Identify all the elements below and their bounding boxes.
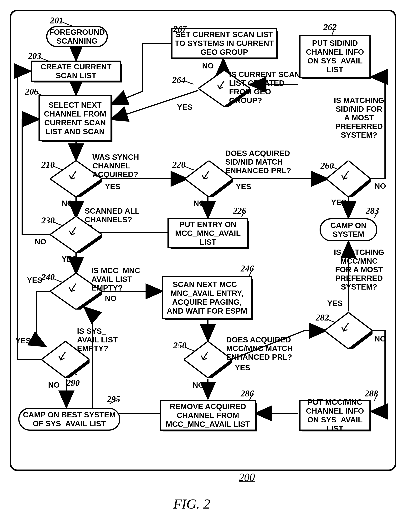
ref-286: 286 [241,388,254,399]
node-text: FOREGROUND SCANNING [49,28,105,45]
q-240: IS MCC_MNC_ AVAIL LIST EMPTY? [91,266,149,292]
yes-250: YES [235,363,250,372]
q-260: IS MATCHING SID/NID FOR A MOST PREFERRED… [332,96,386,139]
node-text: PUT MCC/MNC CHANNEL INFO ON SYS_AVAIL LI… [302,398,368,433]
yes-260: YES [331,198,347,207]
proc-remove-channel: REMOVE ACQUIRED CHANNEL FROM MCC_MNC_AVA… [160,400,256,431]
ref-290: 290 [66,378,80,388]
no-240: NO [105,294,116,303]
fig-number: 200 [239,471,255,483]
node-text: SELECT NEXT CHANNEL FROM CURRENT SCAN LI… [42,101,109,136]
q-290: IS SYS_ AVAIL LIST EMPTY? [77,327,125,353]
ref-267: 267 [173,24,187,34]
q-230: SCANNED ALL CHANNELS? [85,207,142,224]
no-230: NO [35,238,46,246]
node-text: CREATE CURRENT SCAN LIST [34,62,118,80]
node-text: CAMP ON SYSTEM [324,221,373,238]
node-text: SET CURRENT SCAN LIST TO SYSTEMS IN CURR… [174,30,274,56]
node-text: PUT SID/NID CHANNEL INFO ON SYS_AVAIL LI… [302,39,368,74]
svg-marker-33 [324,312,372,349]
svg-marker-27 [184,341,232,378]
ref-288: 288 [365,388,378,399]
proc-scan-next-espm: SCAN NEXT MCC_ MNC_AVAIL ENTRY, ACQUIRE … [162,276,252,319]
no-264: NO [202,62,214,70]
yes-264: YES [177,103,193,112]
proc-select-next-channel: SELECT NEXT CHANNEL FROM CURRENT SCAN LI… [38,95,112,141]
ref-264: 264 [172,75,186,85]
ref-260: 260 [320,161,334,171]
terminal-camp-best-system: CAMP ON BEST SYSTEM OF SYS_AVAIL LIST [18,408,120,431]
terminal-camp-on-system: CAMP ON SYSTEM [319,218,377,241]
yes-220: YES [236,182,251,191]
ref-206: 206 [25,86,38,97]
q-282: IS MATCHING MCC/MNC FOR A MOST PREFERRED… [332,248,386,291]
node-text: SCAN NEXT MCC_ MNC_AVAIL ENTRY, ACQUIRE … [165,280,249,315]
flowchart-canvas: FOREGROUND SCANNING 201 CREATE CURRENT S… [0,0,406,532]
ref-262: 262 [323,22,337,32]
ref-282: 282 [316,312,329,323]
proc-create-scan-list: CREATE CURRENT SCAN LIST [31,61,121,82]
terminal-foreground-scanning: FOREGROUND SCANNING [46,26,108,47]
ref-230: 230 [41,215,55,225]
node-text: PUT ENTRY ON MCC_MNC_AVAIL LIST [171,220,245,246]
ref-201: 201 [50,15,63,26]
no-210: NO [62,199,73,208]
no-250: NO [193,381,204,389]
no-220: NO [194,199,205,208]
q-250: DOES ACQUIRED MCC/MNC MATCH ENHANCED PRL… [226,336,303,361]
decision-mccmnc-match [184,341,232,378]
ref-220: 220 [172,160,186,170]
ref-283: 283 [366,206,379,216]
ref-295: 295 [107,394,120,404]
fig-caption: FIG. 2 [173,496,210,512]
yes-210: YES [105,182,120,191]
ref-250: 250 [173,340,187,350]
proc-put-entry-mccmnc: PUT ENTRY ON MCC_MNC_AVAIL LIST [167,218,248,248]
q-210: WAS SYNCH CHANNEL ACQUIRED? [92,153,148,179]
decision-mccmnc-preferred [324,312,372,349]
yes-290: YES [15,336,31,345]
q-264: IS CURRENT SCAN LIST CREATED FROM GEO GR… [229,70,300,105]
ref-246: 246 [241,263,254,273]
no-260: NO [374,182,386,190]
node-text: REMOVE ACQUIRED CHANNEL FROM MCC_MNC_AVA… [163,402,253,428]
ref-210: 210 [41,160,55,170]
no-282: NO [374,335,386,343]
yes-240: YES [27,276,42,285]
proc-put-mccmnc-sysavail: PUT MCC/MNC CHANNEL INFO ON SYS_AVAIL LI… [299,400,370,431]
yes-282: YES [327,299,343,308]
proc-set-scan-list-geo: SET CURRENT SCAN LIST TO SYSTEMS IN CURR… [171,28,277,59]
yes-230: YES [62,255,77,263]
node-text: CAMP ON BEST SYSTEM OF SYS_AVAIL LIST [22,410,116,428]
ref-226: 226 [233,206,246,216]
proc-put-sidnid-sysavail: PUT SID/NID CHANNEL INFO ON SYS_AVAIL LI… [299,35,370,78]
ref-240: 240 [41,272,55,282]
q-220: DOES ACQUIRED SID/NID MATCH ENHANCED PRL… [225,149,302,175]
ref-203: 203 [28,51,41,61]
no-290: NO [48,381,60,389]
